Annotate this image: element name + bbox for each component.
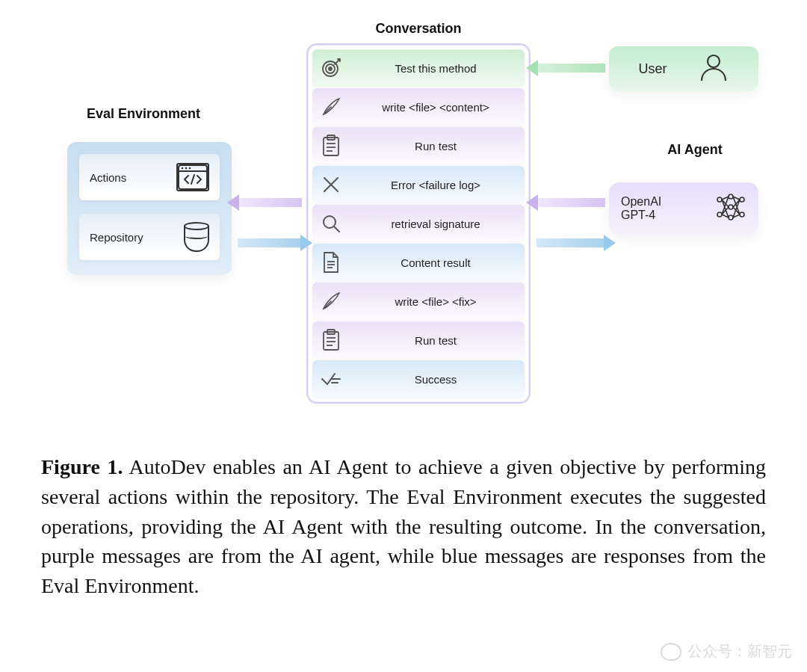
svg-point-32	[729, 215, 733, 220]
figure-caption: Figure 1. AutoDev enables an AI Agent to…	[41, 452, 766, 601]
svg-point-2	[182, 167, 184, 170]
ai-agent-title: AI Agent	[650, 142, 740, 158]
message-text: write <file> <content>	[356, 101, 516, 114]
user-icon	[699, 52, 729, 86]
conversation-box: Test this methodwrite <file> <content>Ru…	[306, 43, 531, 404]
arrow-conversation-to-eval	[238, 196, 302, 209]
diagram: Eval Environment Actions Repository Conv…	[0, 0, 807, 426]
code-window-icon	[176, 163, 209, 191]
conversation-message: Run test	[312, 321, 525, 359]
agent-line2: GPT-4	[621, 209, 661, 222]
user-box: User	[609, 46, 758, 91]
clipboard-icon	[317, 132, 345, 160]
clipboard-icon	[317, 326, 345, 354]
quill-icon	[317, 287, 345, 315]
arrow-eval-to-conversation	[238, 236, 302, 250]
conversation-title: Conversation	[359, 21, 478, 37]
ai-agent-box: OpenAI GPT-4	[609, 182, 758, 235]
svg-point-28	[717, 197, 722, 202]
database-icon	[184, 222, 209, 252]
conversation-message: write <file> <fix>	[312, 283, 525, 320]
svg-point-29	[717, 212, 722, 217]
eval-repository-item: Repository	[79, 214, 220, 260]
conversation-message: Run test	[312, 127, 525, 164]
conversation-message: Success	[312, 360, 525, 398]
message-text: retrieval signature	[356, 218, 516, 230]
wechat-icon	[661, 643, 681, 661]
arrow-agent-to-conversation	[537, 196, 605, 209]
arrow-user-to-conversation	[537, 61, 605, 75]
arrow-conversation-to-agent	[537, 236, 605, 250]
agent-line1: OpenAI	[621, 195, 661, 209]
svg-point-34	[740, 212, 744, 217]
svg-point-3	[185, 167, 188, 170]
svg-point-7	[329, 67, 332, 70]
svg-point-33	[740, 197, 744, 202]
check-icon	[317, 365, 345, 393]
conversation-message: Error <failure log>	[312, 166, 525, 203]
svg-point-27	[708, 55, 720, 67]
message-text: Run test	[356, 334, 516, 347]
target-icon	[317, 54, 345, 82]
svg-point-31	[729, 205, 733, 209]
watermark: 公众号：新智元	[661, 641, 792, 662]
actions-label: Actions	[90, 171, 126, 184]
message-text: Success	[356, 373, 516, 386]
conversation-message: Content result	[312, 244, 525, 281]
agent-model-label: OpenAI GPT-4	[621, 195, 661, 222]
svg-line-16	[334, 226, 339, 232]
eval-environment-box: Actions Repository	[67, 142, 232, 275]
search-icon	[317, 209, 345, 238]
eval-environment-title: Eval Environment	[69, 106, 218, 122]
watermark-text: 公众号：新智元	[687, 641, 792, 662]
message-text: Content result	[356, 256, 516, 269]
eval-actions-item: Actions	[79, 154, 220, 200]
conversation-message: write <file> <content>	[312, 88, 525, 126]
svg-point-4	[189, 167, 191, 170]
conversation-message: retrieval signature	[312, 205, 525, 242]
message-text: Error <failure log>	[356, 179, 516, 191]
conversation-message: Test this method	[312, 49, 525, 87]
quill-icon	[317, 93, 345, 121]
message-text: Test this method	[356, 62, 516, 75]
message-text: write <file> <fix>	[356, 295, 516, 308]
neural-network-icon	[715, 192, 746, 225]
user-label: User	[638, 61, 667, 77]
figure-label: Figure 1.	[41, 455, 123, 478]
figure-text: AutoDev enables an AI Agent to achieve a…	[41, 455, 766, 597]
message-text: Run test	[356, 140, 516, 152]
svg-point-30	[729, 194, 733, 199]
document-icon	[317, 248, 345, 277]
x-icon	[317, 170, 345, 199]
repository-label: Repository	[90, 231, 143, 244]
